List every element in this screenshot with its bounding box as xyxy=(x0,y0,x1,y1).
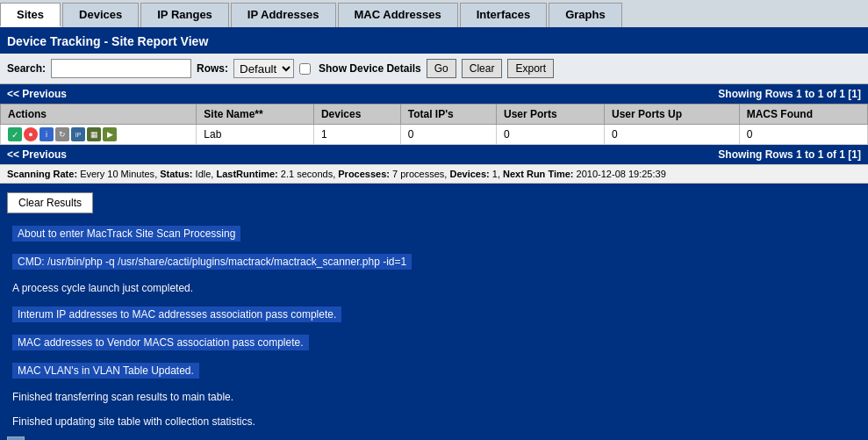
log-message: MAC addresses to Vendor MACS association… xyxy=(7,331,861,354)
last-runtime-label: LastRuntime: xyxy=(216,169,277,179)
log-message: A process cycle launch just completed. xyxy=(7,278,861,298)
log-message: About to enter MacTrack Site Scan Proces… xyxy=(7,222,861,245)
processes-value: 7 processes xyxy=(392,169,444,179)
search-input[interactable] xyxy=(51,59,191,78)
tab-sites[interactable]: Sites xyxy=(0,3,61,27)
tab-mac-addresses[interactable]: MAC Addresses xyxy=(338,3,458,27)
status-bar: Scanning Rate: Every 10 Minutes, Status:… xyxy=(0,164,868,184)
action-icon-ip[interactable]: IP xyxy=(71,127,85,141)
tab-graphs[interactable]: Graphs xyxy=(549,3,622,27)
cell-user-ports: 0 xyxy=(496,125,604,145)
devices-value: 1 xyxy=(492,169,498,179)
action-icon-arrow[interactable]: ▶ xyxy=(103,127,117,141)
action-icon-check[interactable]: ✓ xyxy=(8,127,22,141)
log-message: MAC VLAN's in VLAN Table Updated. xyxy=(7,359,861,382)
action-icon-circle[interactable]: ● xyxy=(24,127,38,141)
log-messages: About to enter MacTrack Site Scan Proces… xyxy=(7,222,861,431)
go-button[interactable]: Go xyxy=(427,59,456,78)
page-title: Device Tracking - Site Report View xyxy=(0,29,868,54)
data-table: Actions Site Name** Devices Total IP's U… xyxy=(0,104,868,145)
action-icons: ✓ ● i ↻ IP ▦ ▶ xyxy=(8,127,189,141)
log-message: CMD: /usr/bin/php -q /usr/share/cacti/pl… xyxy=(7,250,861,273)
tab-ip-addresses[interactable]: IP Addresses xyxy=(231,3,336,27)
table-bottom-bar: << Previous Showing Rows 1 to 1 of 1 [1] xyxy=(0,145,868,164)
clear-results-button[interactable]: Clear Results xyxy=(7,192,93,213)
tab-interfaces[interactable]: Interfaces xyxy=(460,3,547,27)
log-section: Clear Results About to enter MacTrack Si… xyxy=(0,184,868,440)
rows-select[interactable]: Default xyxy=(233,59,294,78)
col-actions: Actions xyxy=(1,105,197,125)
col-user-ports: User Ports xyxy=(496,105,604,125)
log-message: Finished updating site table with collec… xyxy=(7,412,861,431)
col-macs-found: MACS Found xyxy=(739,105,867,125)
cell-actions: ✓ ● i ↻ IP ▦ ▶ xyxy=(1,125,197,145)
scroll-icon[interactable]: ⬆ xyxy=(7,436,25,440)
table-row: ✓ ● i ↻ IP ▦ ▶ Lab 1 0 0 0 0 xyxy=(1,125,868,145)
col-site-name: Site Name** xyxy=(197,105,314,125)
tab-ip-ranges[interactable]: IP Ranges xyxy=(140,3,229,27)
prev-link-bottom[interactable]: << Previous xyxy=(7,148,67,161)
devices-label: Devices: xyxy=(449,169,489,179)
status-value: Idle xyxy=(196,169,212,179)
action-icon-refresh[interactable]: ↻ xyxy=(55,127,69,141)
tab-devices[interactable]: Devices xyxy=(62,3,139,27)
showing-rows-top: Showing Rows 1 to 1 of 1 [1] xyxy=(718,88,861,100)
processes-label: Processes: xyxy=(338,169,390,179)
cell-macs-found: 0 xyxy=(739,125,867,145)
status-label: Status: xyxy=(160,169,192,179)
action-icon-info[interactable]: i xyxy=(39,127,54,141)
table-top-bar: << Previous Showing Rows 1 to 1 of 1 [1] xyxy=(0,84,868,104)
next-run-label: Next Run Time: xyxy=(503,169,573,179)
showing-rows-bottom: Showing Rows 1 to 1 of 1 [1] xyxy=(718,148,861,161)
col-user-ports-up: User Ports Up xyxy=(605,105,740,125)
scanning-rate-label: Scanning Rate: xyxy=(7,169,77,179)
cell-user-ports-up: 0 xyxy=(605,125,740,145)
scanning-rate-value: Every 10 Minutes xyxy=(80,169,154,179)
show-device-details-checkbox[interactable] xyxy=(299,63,311,75)
cell-devices: 1 xyxy=(313,125,400,145)
export-button[interactable]: Export xyxy=(507,59,554,78)
col-devices: Devices xyxy=(313,105,400,125)
rows-label: Rows: xyxy=(197,62,228,75)
cell-site-name: Lab xyxy=(197,125,314,145)
table-section: << Previous Showing Rows 1 to 1 of 1 [1]… xyxy=(0,84,868,164)
last-runtime-value: 2.1 seconds xyxy=(281,169,333,179)
action-icon-graph[interactable]: ▦ xyxy=(87,127,101,141)
log-message: Finished transferring scan results to ma… xyxy=(7,387,861,407)
cell-total-ips: 0 xyxy=(400,125,496,145)
col-total-ips: Total IP's xyxy=(400,105,496,125)
clear-button[interactable]: Clear xyxy=(462,59,503,78)
search-label: Search: xyxy=(7,62,46,75)
next-run-value: 2010-12-08 19:25:39 xyxy=(577,169,666,179)
log-message: Interum IP addresses to MAC addresses as… xyxy=(7,303,861,326)
prev-link-top[interactable]: << Previous xyxy=(7,88,67,100)
search-bar: Search: Rows: Default Show Device Detail… xyxy=(0,54,868,84)
tab-bar: Sites Devices IP Ranges IP Addresses MAC… xyxy=(0,0,868,29)
show-device-details-label: Show Device Details xyxy=(319,62,421,75)
